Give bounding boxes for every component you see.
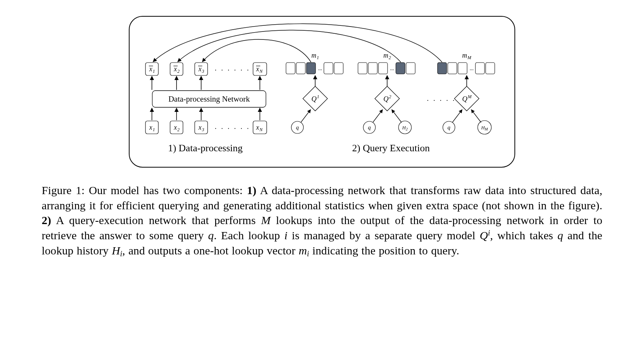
m2-pointer-arrow xyxy=(178,30,401,62)
caption-text-5: . Each lookup xyxy=(214,229,284,242)
page: x1 x2 x3 . . . . . . . xN xyxy=(0,0,644,342)
svg-text:...: ... xyxy=(470,66,474,71)
caption-text-7: , which takes xyxy=(490,229,558,242)
caption-q: q xyxy=(208,229,214,242)
svg-rect-23 xyxy=(368,63,377,74)
figure-caption: Figure 1: Our model has two components: … xyxy=(42,183,602,259)
Q2-diamond: Q2 xyxy=(375,86,399,111)
figure-diagram: x1 x2 x3 . . . . . . . xN xyxy=(130,17,516,168)
output-row: x1 x2 x3 . . . . . . . xN xyxy=(145,63,267,75)
input-row: x1 x2 x3 . . . . . . . xN xyxy=(145,121,267,134)
caption-i: i xyxy=(284,229,288,242)
m1-hot-cell xyxy=(306,63,316,74)
svg-text:...: ... xyxy=(390,66,394,71)
m1-group: m1 ... Q1 q xyxy=(202,39,343,133)
svg-rect-35 xyxy=(458,63,467,74)
caption-text-9: , and outputs a one-hot lookup vector xyxy=(122,244,299,257)
m2-hot-cell xyxy=(396,63,405,74)
caption-Q: Q xyxy=(480,229,488,242)
figure-frame: x1 x2 x3 . . . . . . . xN xyxy=(129,16,515,168)
QM-diamond: QM xyxy=(454,86,479,111)
caption-m: m xyxy=(299,244,307,257)
output-dots: . . . . . . . xyxy=(215,64,257,72)
m1-label: m1 xyxy=(311,52,319,60)
svg-rect-12 xyxy=(286,63,295,74)
svg-line-33 xyxy=(392,110,402,122)
section-label-data-processing: 1) Data-processing xyxy=(168,143,242,154)
svg-text:q: q xyxy=(296,124,299,130)
caption-text-3: A query-execution network that performs xyxy=(51,214,261,226)
caption-H: H xyxy=(112,244,120,257)
svg-rect-24 xyxy=(378,63,388,74)
svg-rect-15 xyxy=(324,63,333,74)
svg-line-45 xyxy=(471,110,481,122)
svg-text:q: q xyxy=(368,124,371,130)
svg-text:...: ... xyxy=(318,66,322,71)
caption-bold-1: 1) xyxy=(247,184,256,196)
dp-network-label: Data-processing Network xyxy=(168,94,250,104)
mM-group: mM ... QM q HM xyxy=(153,24,495,134)
mM-label: mM xyxy=(462,52,472,60)
svg-rect-22 xyxy=(358,63,367,74)
caption-bold-2: 2) xyxy=(42,214,51,226)
svg-rect-16 xyxy=(334,63,343,74)
caption-text-6: is managed by a separate query model xyxy=(288,229,480,242)
svg-rect-38 xyxy=(486,63,495,74)
section-label-query-execution: 2) Query Execution xyxy=(352,143,430,154)
svg-line-21 xyxy=(301,110,311,122)
m2-group: m2 ... Q2 q H2 xyxy=(178,30,415,134)
input-dots: . . . . . . . xyxy=(215,123,257,130)
Q1-diamond: Q1 xyxy=(303,86,327,111)
caption-text-1: Our model has two components: xyxy=(84,184,247,196)
output-arrows xyxy=(152,76,260,90)
svg-rect-37 xyxy=(475,63,485,74)
svg-rect-13 xyxy=(296,63,305,74)
caption-text-10: indicating the position to query. xyxy=(309,244,459,257)
svg-text:q: q xyxy=(447,124,450,130)
mM-pointer-arrow xyxy=(153,24,442,62)
svg-rect-26 xyxy=(406,63,415,74)
caption-q2: q xyxy=(558,229,563,242)
mM-hot-cell xyxy=(438,63,447,74)
svg-line-31 xyxy=(373,110,383,122)
input-arrows xyxy=(152,108,260,120)
caption-figure-label: Figure 1: xyxy=(42,184,84,196)
caption-M: M xyxy=(261,214,270,226)
m1-pointer-arrow xyxy=(202,39,311,62)
svg-rect-34 xyxy=(448,63,457,74)
svg-line-43 xyxy=(452,110,462,122)
